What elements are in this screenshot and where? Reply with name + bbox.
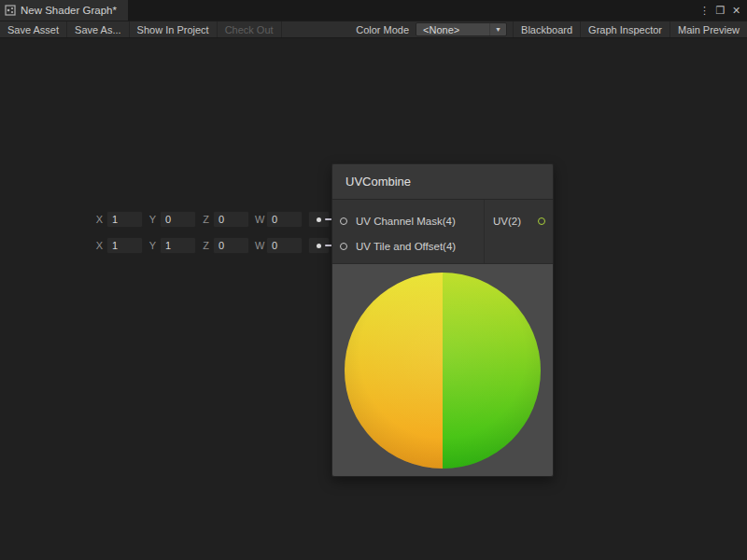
w-value-input[interactable]: 0 <box>266 211 303 228</box>
vector-field: Y 1 <box>148 237 196 254</box>
vector-field: Z 0 <box>202 237 249 254</box>
node-inputs: UV Channel Mask(4) UV Tile and Offset(4) <box>332 200 484 263</box>
output-port-label: UV(2) <box>493 216 521 227</box>
node-preview <box>332 263 553 476</box>
sphere-shading <box>345 273 541 469</box>
vector-field: W 0 <box>255 211 303 228</box>
input-port-row: UV Tile and Offset(4) <box>332 233 484 259</box>
window-menu-icon[interactable]: ⋮ <box>697 0 712 21</box>
save-asset-button[interactable]: Save Asset <box>0 21 67 37</box>
input-port-icon[interactable] <box>340 217 347 225</box>
input-port-label: UV Tile and Offset(4) <box>356 241 456 252</box>
color-mode-label: Color Mode <box>349 21 416 37</box>
window-tab[interactable]: New Shader Graph* <box>0 0 128 21</box>
x-value-input[interactable]: 1 <box>106 211 143 228</box>
field-label-z: Z <box>202 214 210 225</box>
field-label-z: Z <box>202 240 210 251</box>
node-outputs: UV(2) <box>484 200 553 263</box>
y-value-input[interactable]: 0 <box>160 211 196 228</box>
toolbar-spacer <box>282 21 350 37</box>
z-value-input[interactable]: 0 <box>213 211 249 228</box>
graph-inspector-button[interactable]: Graph Inspector <box>581 21 670 37</box>
z-value-input[interactable]: 0 <box>213 237 249 254</box>
vector-field: W 0 <box>255 237 303 254</box>
color-mode-value: <None> <box>416 24 489 35</box>
x-value-input[interactable]: 1 <box>106 237 143 254</box>
vector4-row-2: X 1 Y 1 Z 0 W 0 <box>95 236 330 255</box>
field-label-w: W <box>255 214 263 225</box>
y-value-input[interactable]: 1 <box>160 237 196 254</box>
output-port-icon[interactable] <box>538 217 545 225</box>
show-in-project-button[interactable]: Show In Project <box>130 21 218 37</box>
vector-field: X 1 <box>95 211 143 228</box>
toolbar: Save Asset Save As... Show In Project Ch… <box>0 21 747 38</box>
input-port-label: UV Channel Mask(4) <box>356 216 456 227</box>
w-value-input[interactable]: 0 <box>266 237 303 254</box>
blackboard-button[interactable]: Blackboard <box>513 21 581 37</box>
chevron-down-icon: ▼ <box>489 23 506 35</box>
check-out-button: Check Out <box>218 21 282 37</box>
field-label-x: X <box>95 240 104 251</box>
save-as-button[interactable]: Save As... <box>67 21 130 37</box>
vector-field: Y 0 <box>148 211 196 228</box>
node-ports: UV Channel Mask(4) UV Tile and Offset(4)… <box>332 200 553 263</box>
vector-field: X 1 <box>95 237 143 254</box>
window-controls: ⋮ ❒ ✕ <box>697 0 747 21</box>
preview-sphere <box>345 273 541 469</box>
uvcombine-node[interactable]: UVCombine UV Channel Mask(4) UV Tile and… <box>331 163 554 477</box>
port-dot-icon <box>317 217 321 222</box>
shader-graph-icon <box>5 5 16 16</box>
vector4-row-1: X 1 Y 0 Z 0 W 0 <box>95 210 330 229</box>
input-port-icon[interactable] <box>340 243 347 250</box>
main-preview-button[interactable]: Main Preview <box>670 21 747 37</box>
tab-title: New Shader Graph* <box>21 5 117 16</box>
node-header[interactable]: UVCombine <box>332 164 553 200</box>
field-label-y: Y <box>148 214 157 225</box>
field-label-w: W <box>255 240 263 251</box>
node-title: UVCombine <box>345 175 411 189</box>
vector-field: Z 0 <box>202 211 249 228</box>
port-dot-icon <box>317 244 321 248</box>
field-label-x: X <box>95 214 104 225</box>
field-label-y: Y <box>148 240 157 251</box>
output-port-row: UV(2) <box>485 208 553 233</box>
close-icon[interactable]: ✕ <box>728 0 744 21</box>
titlebar: New Shader Graph* ⋮ ❒ ✕ <box>0 0 747 21</box>
color-mode-dropdown[interactable]: <None> ▼ <box>416 22 507 36</box>
input-port-row: UV Channel Mask(4) <box>332 208 484 233</box>
maximize-icon[interactable]: ❒ <box>712 0 728 21</box>
graph-canvas[interactable]: X 1 Y 0 Z 0 W 0 X 1 Y 1 Z 0 W <box>0 38 747 560</box>
